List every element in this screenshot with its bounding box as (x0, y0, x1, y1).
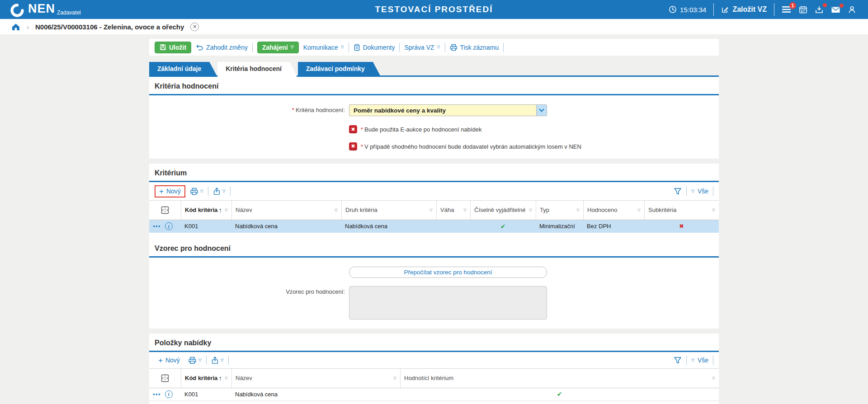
polozky-section-panel: Položky nabídky + Nový ▽ ▽ (149, 334, 719, 404)
calendar-icon (799, 5, 807, 14)
funnel-icon (674, 357, 682, 364)
column-filter-icon[interactable]: ▽ (463, 208, 467, 212)
undo-icon (196, 44, 203, 51)
filter-button[interactable] (674, 188, 682, 195)
required-mark: * (292, 107, 294, 113)
column-filter-icon[interactable]: ▽ (393, 376, 396, 381)
column-chooser-button[interactable] (149, 369, 181, 388)
header-divider (774, 3, 774, 16)
inbox-notification-dot (823, 3, 827, 7)
new-polozka-button[interactable]: + Nový (155, 355, 184, 366)
row-menu-icon[interactable]: ●●● (153, 392, 161, 396)
nen-logo-icon[interactable] (10, 3, 24, 18)
section-title-kriteria-hodnoceni: Kritéria hodnocení (149, 77, 719, 94)
print-record-button[interactable]: Tisk záznamu (450, 44, 499, 51)
column-header-hodnoceno[interactable]: Hodnoceno ▽ (583, 201, 644, 220)
view-all-button[interactable]: ▽ Vše (691, 357, 708, 364)
column-header-kod-kriteria[interactable]: Kód kritéria ↑ ▽ (181, 201, 231, 220)
column-header-hodnotici-kriterium[interactable]: Hodnotící kritérium ▽ (400, 369, 719, 388)
toolbar-separator (686, 187, 687, 196)
filter-button[interactable] (674, 357, 682, 364)
column-filter-icon[interactable]: ▽ (225, 208, 228, 212)
plus-icon: + (159, 188, 164, 195)
menu-notification-badge: 1 (789, 2, 796, 9)
export-grid-button[interactable]: ▽ (211, 357, 224, 364)
formula-textarea[interactable] (349, 286, 547, 319)
section-title-polozky-nabidky: Položky nabídky (149, 334, 719, 351)
dropdown-icon: ▽ (221, 358, 224, 362)
dropdown-icon: ▽ (341, 45, 344, 49)
header-divider (713, 3, 714, 16)
breadcrumb-record-title[interactable]: N006/25/V00003106 - Zelenina, ovoce a oř… (35, 23, 184, 31)
record-tabs: Základní údaje Kritéria hodnocení Zadáva… (149, 62, 719, 77)
toolbar-separator (503, 43, 504, 52)
toolbar-separator (206, 356, 207, 365)
row-menu-icon[interactable]: ●●● (153, 224, 161, 228)
cell-hodnotici-kriterium: ✔ (400, 390, 719, 398)
print-grid-button[interactable]: ▽ (188, 357, 202, 364)
main-menu-button[interactable]: 1 (782, 5, 792, 14)
column-header-nazev[interactable]: Název ▽ (231, 201, 341, 220)
column-header-nazev[interactable]: Název ▽ (231, 369, 400, 388)
start-dropdown-button[interactable]: Zahájení ▽ (257, 42, 299, 53)
new-kriterium-button[interactable]: + Nový (155, 185, 185, 197)
sort-asc-icon[interactable]: ↑ (219, 374, 222, 382)
dropdown-icon: ▽ (200, 189, 203, 193)
calendar-button[interactable] (799, 5, 807, 14)
column-filter-icon[interactable]: ▽ (712, 208, 715, 212)
cell-typ: Minimalizační (536, 223, 583, 230)
chevron-down-icon[interactable] (536, 104, 547, 116)
column-filter-icon[interactable]: ▽ (429, 208, 433, 212)
create-vz-button[interactable]: Založit VZ (721, 5, 767, 14)
polozky-table-row[interactable]: ●●● i K001 Nabídková cena ✔ (149, 388, 719, 401)
column-filter-icon[interactable]: ▽ (529, 208, 532, 212)
column-header-ciselne-vyjadritelne[interactable]: Číselně vyjádřitelné ▽ (470, 201, 536, 220)
dropdown-icon: ▽ (222, 189, 226, 193)
clock-icon (669, 5, 677, 14)
column-header-druh-kriteria[interactable]: Druh kritéria ▽ (341, 201, 436, 220)
discard-changes-button[interactable]: Zahodit změny (196, 44, 248, 51)
tab-kriteria-hodnoceni[interactable]: Kritéria hodnocení (217, 62, 297, 77)
column-filter-icon[interactable]: ▽ (637, 208, 641, 212)
recalculate-formula-button[interactable]: Přepočítat vzorec pro hodnocení (349, 267, 547, 278)
eaukce-flag-icon[interactable]: ✖ (349, 125, 357, 133)
home-button[interactable] (11, 23, 20, 31)
column-chooser-icon (160, 374, 170, 383)
column-filter-icon[interactable]: ▽ (712, 376, 715, 381)
tab-zakladni-udaje[interactable]: Základní údaje (149, 62, 217, 75)
column-header-kod-kriteria[interactable]: Kód kritéria ↑ ▽ (181, 369, 231, 388)
column-header-subkriteria[interactable]: Subkritéria ▽ (644, 201, 719, 220)
communication-dropdown-button[interactable]: Komunikace ▽ (303, 44, 344, 51)
manage-vz-dropdown-button[interactable]: Správa VZ ▽ (404, 44, 440, 51)
user-profile-button[interactable] (848, 5, 856, 14)
column-filter-icon[interactable]: ▽ (225, 376, 228, 381)
cell-druh: Nabídková cena (341, 223, 436, 230)
column-header-vaha[interactable]: Váha ▽ (436, 201, 470, 220)
column-filter-icon[interactable]: ▽ (335, 208, 338, 212)
column-header-typ[interactable]: Typ ▽ (536, 201, 583, 220)
edit-icon (721, 5, 729, 14)
export-icon (213, 188, 221, 195)
column-filter-icon[interactable]: ▽ (576, 208, 580, 212)
info-icon[interactable]: i (165, 222, 173, 230)
export-grid-button[interactable]: ▽ (213, 188, 226, 195)
documents-button[interactable]: Dokumenty (354, 44, 395, 51)
kriterium-table-row[interactable]: ●●● i K001 Nabídková cena Nabídková cena… (149, 220, 719, 233)
polozky-grid-toolbar: + Nový ▽ ▽ ▽ (149, 352, 719, 368)
tab-zadavaci-podminky[interactable]: Zadávací podmínky (298, 62, 380, 75)
view-all-button[interactable]: ▽ Vše (691, 188, 708, 195)
los-flag-icon[interactable]: ✖ (349, 142, 357, 150)
save-icon (160, 44, 166, 51)
save-button[interactable]: Uložit (155, 42, 191, 53)
column-chooser-icon (160, 206, 170, 215)
dropdown-icon: ▽ (691, 189, 694, 193)
info-icon[interactable]: i (165, 390, 173, 398)
column-chooser-button[interactable] (149, 201, 181, 220)
app-logo-text[interactable]: NEN (28, 2, 55, 15)
print-grid-button[interactable]: ▽ (190, 188, 203, 195)
messages-button[interactable] (831, 6, 840, 14)
inbox-button[interactable] (815, 5, 824, 14)
sort-asc-icon[interactable]: ↑ (219, 206, 222, 214)
criteria-select[interactable]: Poměr nabídkové ceny a kvality (349, 104, 547, 116)
close-record-icon[interactable]: ✕ (190, 23, 199, 31)
